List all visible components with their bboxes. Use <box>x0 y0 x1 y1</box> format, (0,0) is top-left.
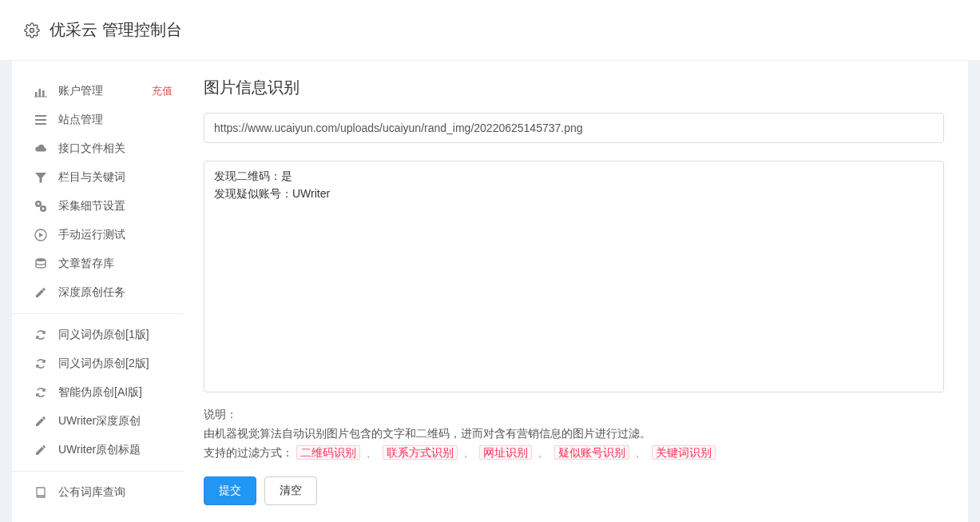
submit-button[interactable]: 提交 <box>204 476 256 505</box>
desc-line-2-prefix: 支持的过滤方式： <box>204 446 293 459</box>
refresh-icon <box>34 386 47 399</box>
list-icon <box>34 114 47 126</box>
desc-line-1: 由机器视觉算法自动识别图片包含的文字和二维码，进而对含有营销信息的图片进行过滤。 <box>204 424 944 444</box>
svg-rect-1 <box>35 92 38 97</box>
clear-button[interactable]: 清空 <box>264 476 317 505</box>
gears-icon <box>34 200 47 213</box>
edit-icon <box>34 286 47 299</box>
svg-rect-7 <box>35 123 46 125</box>
filter-tag: 疑似账号识别 <box>554 445 629 460</box>
database-icon <box>34 257 47 270</box>
filter-tag: 联系方式识别 <box>383 445 458 460</box>
sidebar-item-label: 栏目与关键词 <box>58 170 173 185</box>
sidebar-item-label: 站点管理 <box>58 113 173 127</box>
sidebar-item-dict[interactable]: 公有词库查询 <box>12 478 184 507</box>
description-block: 说明： 由机器视觉算法自动识别图片包含的文字和二维码，进而对含有营销信息的图片进… <box>204 405 944 462</box>
filter-tag: 二维码识别 <box>296 445 360 460</box>
sidebar-item-label: 同义词伪原创[2版] <box>58 357 173 371</box>
desc-label: 说明： <box>204 408 237 420</box>
svg-point-13 <box>36 258 46 261</box>
sidebar-item-label: 接口文件相关 <box>58 141 173 156</box>
svg-point-0 <box>30 28 34 32</box>
sidebar-item-collect-settings[interactable]: 采集细节设置 <box>12 192 184 221</box>
chart-icon <box>34 85 47 98</box>
cloud-icon <box>34 142 47 155</box>
sidebar-item-label: 同义词伪原创[1版] <box>58 328 173 342</box>
book-icon <box>34 486 47 499</box>
sidebar-item-article-store[interactable]: 文章暂存库 <box>12 249 184 278</box>
sidebar-item-label: 深度原创任务 <box>58 285 173 300</box>
sidebar-item-manual-run[interactable]: 手动运行测试 <box>12 221 184 249</box>
app-title: 优采云 管理控制台 <box>50 19 182 41</box>
edit-icon <box>34 415 47 428</box>
sidebar-item-ai[interactable]: 智能伪原创[AI版] <box>12 378 184 407</box>
result-output[interactable]: 发现二维码：是 发现疑似账号：UWriter <box>204 161 944 392</box>
sidebar-item-label: 公有词库查询 <box>58 485 173 500</box>
svg-rect-6 <box>35 119 46 121</box>
sidebar-item-site[interactable]: 站点管理 <box>12 106 184 134</box>
image-url-input[interactable] <box>204 113 944 143</box>
sidebar-item-label: 智能伪原创[AI版] <box>58 385 173 400</box>
sidebar-item-syn2[interactable]: 同义词伪原创[2版] <box>12 349 184 378</box>
svg-rect-2 <box>39 89 42 97</box>
sidebar-item-label: 账户管理 <box>58 84 149 98</box>
sidebar-item-label: UWriter原创标题 <box>58 443 173 457</box>
svg-point-10 <box>38 203 40 205</box>
app-header: 优采云 管理控制台 <box>0 0 980 61</box>
sidebar-item-uwriter-deep[interactable]: UWriter深度原创 <box>12 407 184 436</box>
sidebar-item-uwriter-title[interactable]: UWriter原创标题 <box>12 436 184 464</box>
sidebar-item-syn1[interactable]: 同义词伪原创[1版] <box>12 321 184 349</box>
edit-icon <box>34 444 47 456</box>
svg-point-11 <box>42 208 45 210</box>
sidebar-item-deep-task[interactable]: 深度原创任务 <box>12 278 184 307</box>
play-icon <box>34 229 47 241</box>
main-content: 图片信息识别 发现二维码：是 发现疑似账号：UWriter 说明： 由机器视觉算… <box>184 61 968 522</box>
sidebar-item-account[interactable]: 账户管理 充值 <box>12 77 184 106</box>
sidebar: 账户管理 充值 站点管理 接口文件相关 栏目与关键词 采集细节设置 手动运 <box>12 61 184 522</box>
filter-tag: 关键词识别 <box>652 445 716 460</box>
filter-icon <box>34 171 47 184</box>
sidebar-item-columns[interactable]: 栏目与关键词 <box>12 163 184 192</box>
filter-tag: 网址识别 <box>479 445 532 460</box>
recharge-badge: 充值 <box>152 84 173 98</box>
svg-rect-5 <box>35 115 46 117</box>
sidebar-item-label: 手动运行测试 <box>58 228 173 242</box>
sidebar-item-label: 采集细节设置 <box>58 199 173 213</box>
svg-rect-3 <box>42 90 45 97</box>
sidebar-item-api[interactable]: 接口文件相关 <box>12 134 184 163</box>
page-title: 图片信息识别 <box>204 77 944 98</box>
sidebar-item-label: UWriter深度原创 <box>58 414 173 428</box>
sidebar-item-label: 文章暂存库 <box>58 257 173 271</box>
refresh-icon <box>34 357 47 370</box>
svg-rect-4 <box>34 97 47 98</box>
refresh-icon <box>34 329 47 341</box>
gear-icon <box>24 22 40 38</box>
